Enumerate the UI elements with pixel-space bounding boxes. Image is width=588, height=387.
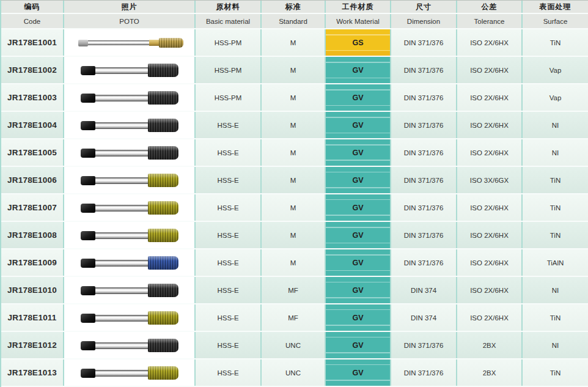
cell-surface: Vap — [523, 84, 588, 111]
cell-photo — [64, 29, 196, 56]
cell-work-material: GV — [326, 304, 391, 331]
cell-standard: M — [262, 194, 326, 221]
tap-square-end — [81, 121, 95, 130]
cell-standard: M — [262, 249, 326, 276]
cell-dimension: DIN 371/376 — [391, 29, 457, 56]
cell-photo — [64, 167, 196, 193]
cell-dimension: DIN 371/376 — [391, 194, 457, 221]
work-material-badge: GV — [326, 167, 390, 193]
cell-code: JR178E1013 — [1, 359, 64, 386]
work-material-badge: GV — [326, 277, 390, 303]
tap-thread-tip — [148, 119, 178, 132]
cell-work-material: GV — [326, 112, 391, 138]
cell-photo — [64, 359, 196, 386]
tap-shank — [91, 95, 150, 101]
header-standard-zh: 标准 — [262, 1, 326, 13]
cell-code: JR178E1002 — [1, 57, 64, 83]
cell-dimension: DIN 371/376 — [391, 139, 457, 166]
cell-work-material: GV — [326, 332, 391, 358]
cell-tolerance: 2BX — [457, 359, 523, 386]
cell-basic-material: HSS-E — [196, 249, 262, 276]
work-material-badge: GV — [326, 194, 390, 221]
cell-surface: NI — [523, 139, 588, 166]
cell-basic-material: HSS-PM — [196, 29, 262, 56]
cell-code: JR178E1008 — [1, 222, 64, 248]
cell-dimension: DIN 371/376 — [391, 57, 457, 83]
tap-thread-tip — [148, 339, 178, 352]
cell-photo — [64, 304, 196, 331]
table-row: JR178E1007 HSS-E M GV DIN 371/376 ISO 2X… — [1, 194, 588, 222]
table-header-row-chinese: 编码 照片 原材料 标准 工件材质 尺寸 公差 表面处理 — [1, 1, 588, 14]
cell-tolerance: ISO 2X/6HX — [457, 277, 523, 303]
work-material-badge: GS — [326, 29, 390, 56]
work-material-badge: GV — [326, 84, 390, 111]
tap-shank — [84, 40, 152, 46]
tap-square-end — [81, 314, 95, 323]
work-material-badge: GV — [326, 304, 390, 331]
header-code-zh: 编码 — [1, 1, 64, 13]
cell-photo — [64, 84, 196, 111]
cell-code: JR178E1011 — [1, 304, 64, 331]
tap-square-end — [81, 176, 95, 185]
cell-standard: MF — [262, 304, 326, 331]
cell-basic-material: HSS-E — [196, 139, 262, 166]
cell-code: JR178E1012 — [1, 332, 64, 358]
tap-square-end — [81, 149, 95, 158]
tap-square-end — [81, 66, 95, 75]
cell-work-material: GV — [326, 84, 391, 111]
cell-standard: M — [262, 84, 326, 111]
header-basic-material-zh: 原材料 — [196, 1, 262, 13]
cell-basic-material: HSS-E — [196, 112, 262, 138]
tap-thread-tip — [148, 174, 178, 187]
cell-surface: TiN — [523, 359, 588, 386]
cell-basic-material: HSS-PM — [196, 84, 262, 111]
cell-code: JR178E1010 — [1, 277, 64, 303]
product-catalog-table: 编码 照片 原材料 标准 工件材质 尺寸 公差 表面处理 Code POTO B… — [0, 0, 588, 387]
tap-shank — [91, 150, 150, 157]
tap-thread-tip — [148, 284, 178, 297]
tap-thread-tip — [159, 38, 183, 48]
tap-thread-tip — [148, 311, 178, 325]
cell-standard: M — [262, 29, 326, 56]
cell-work-material: GV — [326, 359, 391, 386]
tap-shank — [91, 205, 150, 212]
cell-dimension: DIN 371/376 — [391, 84, 457, 111]
tap-photo — [81, 364, 178, 382]
cell-surface: TiN — [523, 222, 588, 248]
tap-photo — [81, 309, 178, 327]
tap-shank — [91, 287, 150, 294]
work-material-badge: GV — [326, 222, 390, 248]
cell-basic-material: HSS-E — [196, 277, 262, 303]
cell-photo — [64, 194, 196, 221]
table-row: JR178E1003 HSS-PM M GV DIN 371/376 ISO 2… — [1, 84, 588, 112]
cell-basic-material: HSS-E — [196, 167, 262, 193]
tap-shank — [91, 315, 150, 322]
cell-work-material: GV — [326, 222, 391, 248]
tap-thread-tip — [148, 201, 178, 215]
cell-dimension: DIN 371/376 — [391, 359, 457, 386]
tap-square-end — [81, 94, 95, 103]
cell-code: JR178E1001 — [1, 29, 64, 56]
cell-standard: M — [262, 57, 326, 83]
tap-photo — [81, 336, 178, 355]
header-code-en: Code — [1, 14, 64, 28]
cell-standard: M — [262, 222, 326, 248]
cell-surface: TiN — [523, 304, 588, 331]
cell-photo — [64, 277, 196, 303]
tap-photo — [81, 254, 178, 272]
cell-code: JR178E1009 — [1, 249, 64, 276]
tap-photo — [81, 144, 178, 162]
cell-tolerance: ISO 2X/6HX — [457, 222, 523, 248]
cell-standard: M — [262, 112, 326, 138]
cell-dimension: DIN 371/376 — [391, 112, 457, 138]
cell-surface: Vap — [523, 57, 588, 83]
cell-basic-material: HSS-E — [196, 359, 262, 386]
cell-photo — [64, 222, 196, 248]
tap-square-end — [81, 286, 95, 295]
cell-work-material: GV — [326, 194, 391, 221]
cell-surface: TiN — [523, 29, 588, 56]
cell-surface: NI — [523, 112, 588, 138]
tap-photo — [81, 171, 178, 190]
cell-basic-material: HSS-E — [196, 304, 262, 331]
tap-photo — [76, 34, 183, 52]
